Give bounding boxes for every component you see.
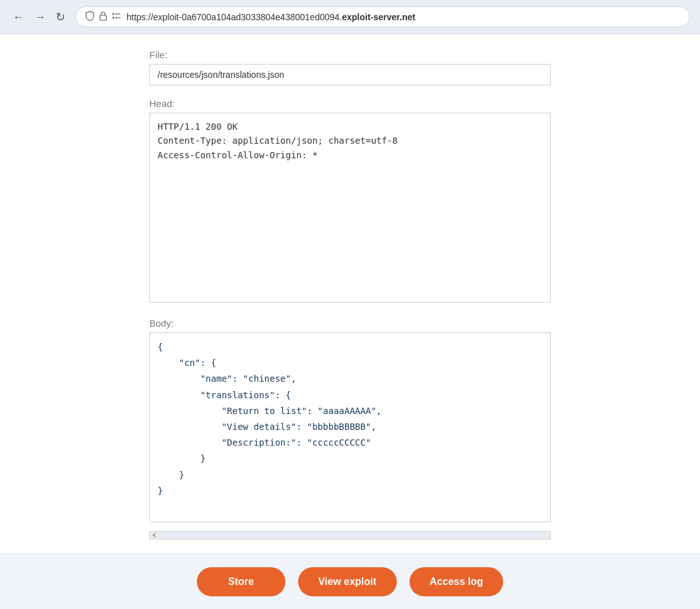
nav-buttons: ← → ↻ bbox=[10, 9, 68, 25]
store-button[interactable]: Store bbox=[197, 567, 285, 596]
body-label: Body: bbox=[149, 318, 551, 329]
svg-point-1 bbox=[113, 13, 115, 15]
forward-button[interactable]: → bbox=[32, 9, 48, 25]
url-bold: exploit-server.net bbox=[342, 12, 415, 22]
back-button[interactable]: ← bbox=[10, 9, 27, 25]
scroll-left-arrow[interactable]: < bbox=[153, 532, 156, 539]
page-content: File: Head: Body: < bbox=[0, 34, 700, 554]
lock-icon bbox=[99, 11, 108, 23]
address-icons bbox=[85, 11, 122, 23]
view-exploit-button[interactable]: View exploit bbox=[298, 567, 397, 596]
file-label: File: bbox=[149, 49, 551, 60]
address-bar[interactable]: https://exploit-0a6700a104ad3033804e4380… bbox=[75, 6, 690, 27]
bottom-action-bar: Store View exploit Access log bbox=[0, 554, 700, 609]
file-field-container: File: bbox=[149, 49, 551, 98]
head-label: Head: bbox=[149, 98, 551, 109]
svg-rect-0 bbox=[100, 15, 106, 20]
head-textarea[interactable] bbox=[149, 113, 551, 303]
shield-icon bbox=[85, 11, 95, 23]
browser-chrome: ← → ↻ bbox=[0, 0, 700, 34]
body-field-container: Body: bbox=[149, 318, 551, 531]
access-log-button[interactable]: Access log bbox=[409, 567, 503, 596]
options-icon bbox=[111, 11, 122, 22]
body-textarea[interactable] bbox=[149, 332, 551, 522]
horizontal-scrollbar[interactable]: < bbox=[149, 531, 551, 539]
file-input[interactable] bbox=[149, 64, 551, 85]
svg-point-2 bbox=[113, 17, 115, 19]
address-url: https://exploit-0a6700a104ad3033804e4380… bbox=[127, 12, 680, 22]
reload-button[interactable]: ↻ bbox=[53, 9, 68, 25]
url-prefix: https://exploit-0a6700a104ad3033804e4380… bbox=[127, 12, 342, 22]
head-field-container: Head: bbox=[149, 98, 551, 318]
